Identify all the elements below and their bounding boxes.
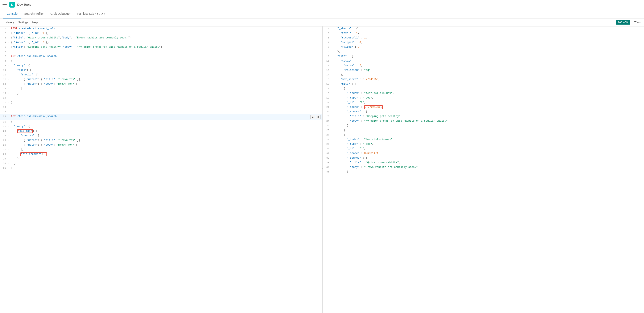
- beta-badge: BETA: [96, 12, 105, 15]
- response-line-23: 23 "title" : "Keeping pets healthy",: [323, 114, 644, 119]
- response-line-21: 21 "_score" : 0.77041256,: [323, 105, 644, 110]
- editor-line-29: 29 · }: [0, 157, 322, 161]
- editor-line-31: 31 · }: [0, 166, 322, 171]
- editor-line-1: 1 POST /test-dsl-dis-max/_bulk: [0, 26, 322, 31]
- response-line-35: 35 }: [323, 170, 644, 174]
- response-line-10: 10 "hits" : {: [323, 54, 644, 59]
- editor-line-18: 18: [0, 105, 322, 110]
- editor-line-26: 26 · { "match": { "body": "Brown fox" }}: [0, 143, 322, 147]
- settings-button[interactable]: Settings: [16, 21, 30, 24]
- editor-line-25: 25 · { "match": { "title": "Brown fox" }…: [0, 138, 322, 143]
- response-line-34: 34 "body" : "Brown rabbits are commonly …: [323, 165, 644, 170]
- response-line-33: 33 "title" : "Quick brown rabbits",: [323, 160, 644, 165]
- response-line-17: 17 {: [323, 86, 644, 91]
- hamburger-icon[interactable]: [2, 3, 7, 6]
- response-line-4: 4 "_shards" : {: [323, 26, 644, 31]
- editor-line-12: 12 · { "match": { "title": "Brown fox" }…: [0, 77, 322, 82]
- editor-line-13: 13 · { "match": { "body": "Brown fox" }}: [0, 82, 322, 86]
- line-actions: ▶ ⚙: [309, 114, 322, 120]
- response-line-31: 31 "_score" : 0.6931471,: [323, 151, 644, 156]
- status-badge: 200 - OK: [616, 20, 630, 24]
- response-code-block: 4 "_shards" : { 5 "total" : 1, 6 "succes…: [323, 26, 644, 174]
- app-title: Dev Tools: [17, 3, 31, 6]
- editor-line-6: 6: [0, 49, 322, 54]
- top-bar: D Dev Tools: [0, 0, 644, 9]
- response-line-20: 20 "_id" : "2",: [323, 100, 644, 105]
- panel-resizer[interactable]: [322, 26, 323, 313]
- response-line-24: 24 "body" : "My quick brown fox eats rab…: [323, 119, 644, 123]
- editor-line-24: 24 · "queries": [: [0, 134, 322, 138]
- response-line-9: 9 },: [323, 49, 644, 54]
- editor-line-10: 10 · "bool": {: [0, 68, 322, 73]
- response-line-32: 32 "_source" : {: [323, 156, 644, 160]
- editor-line-11: 11 · "should": [: [0, 73, 322, 77]
- editor-line-16: 16 · }: [0, 96, 322, 100]
- response-line-13: 13 "relation" : "eq": [323, 68, 644, 73]
- response-line-12: 12 "value" : 2,: [323, 63, 644, 68]
- response-line-22: 22 "_source" : {: [323, 110, 644, 114]
- editor-line-19: 19: [0, 110, 322, 114]
- response-line-18: 18 "_index" : "test-dsl-dis-max",: [323, 91, 644, 96]
- response-line-11: 11 "total" : {: [323, 59, 644, 63]
- play-button[interactable]: ▶: [310, 115, 315, 119]
- editor-line-8: 8 · {: [0, 59, 322, 63]
- editor-line-5: 5 · {"title": "Keeping pets healthy","bo…: [0, 45, 322, 49]
- editor-line-14: 14 · ]: [0, 86, 322, 91]
- editor-line-30: 30 · }: [0, 161, 322, 166]
- editor-line-20: 20 GET /test-dsl-dis-max/_search ▶ ⚙: [0, 114, 322, 120]
- response-line-14: 14 },: [323, 73, 644, 77]
- response-line-8: 8 "failed" : 0: [323, 45, 644, 49]
- response-line-19: 19 "_type" : "_doc",: [323, 96, 644, 100]
- editor-line-23: 23 · "dis_max": {: [0, 129, 322, 134]
- nav-tabs: Console Search Profiler Grok Debugger Pa…: [0, 9, 644, 18]
- help-button[interactable]: Help: [30, 21, 40, 24]
- editor-line-27: 27 · ],: [0, 147, 322, 152]
- response-line-6: 6 "successful" : 1,: [323, 36, 644, 40]
- history-button[interactable]: History: [3, 21, 16, 24]
- editor-line-3: 3 · {"title": "Quick brown rabbits","bod…: [0, 36, 322, 40]
- tab-search-profiler[interactable]: Search Profiler: [21, 9, 47, 18]
- response-line-15: 15 "max_score" : 0.77041256,: [323, 77, 644, 82]
- editor-line-7: 7 GET /test-dsl-dis-max/_search: [0, 54, 322, 59]
- wrench-button[interactable]: ⚙: [316, 115, 320, 119]
- response-line-27: 27 {: [323, 133, 644, 137]
- response-time: 107 ms: [632, 21, 641, 24]
- tab-grok-debugger[interactable]: Grok Debugger: [47, 9, 74, 18]
- editor-line-21: 21 · {: [0, 120, 322, 124]
- editor-line-28: 28 · "tie_breaker": 0: [0, 152, 322, 157]
- editor-line-17: 17 · }: [0, 100, 322, 105]
- toolbar: History Settings Help 200 - OK 107 ms: [0, 18, 644, 26]
- response-line-29: 29 "_type" : "_doc",: [323, 142, 644, 147]
- tab-console[interactable]: Console: [3, 9, 21, 18]
- response-line-25: 25 }: [323, 123, 644, 128]
- response-line-7: 7 "skipped" : 0,: [323, 40, 644, 45]
- tab-painless-lab[interactable]: Painless Lab BETA: [74, 9, 108, 18]
- response-line-16: 16 "hits" : [: [323, 82, 644, 86]
- response-line-28: 28 "_index" : "test-dsl-dis-max",: [323, 137, 644, 142]
- response-panel: 4 "_shards" : { 5 "total" : 1, 6 "succes…: [323, 26, 644, 313]
- editor-panel[interactable]: 1 POST /test-dsl-dis-max/_bulk 2 · { "in…: [0, 26, 322, 313]
- response-line-30: 30 "_id" : "1",: [323, 147, 644, 151]
- app-logo: D: [9, 2, 15, 7]
- response-line-5: 5 "total" : 1,: [323, 31, 644, 36]
- editor-code-block: 1 POST /test-dsl-dis-max/_bulk 2 · { "in…: [0, 26, 322, 171]
- editor-line-9: 9 · "query": {: [0, 63, 322, 68]
- editor-line-2: 2 · { "index": { "_id": 1 }}: [0, 31, 322, 36]
- main-area: 1 POST /test-dsl-dis-max/_bulk 2 · { "in…: [0, 26, 644, 313]
- editor-line-15: 15 · }: [0, 91, 322, 96]
- response-line-26: 26 },: [323, 128, 644, 133]
- editor-line-4: 4 · { "index": { "_id": 2 }}: [0, 40, 322, 45]
- editor-line-22: 22 · "query": {: [0, 124, 322, 129]
